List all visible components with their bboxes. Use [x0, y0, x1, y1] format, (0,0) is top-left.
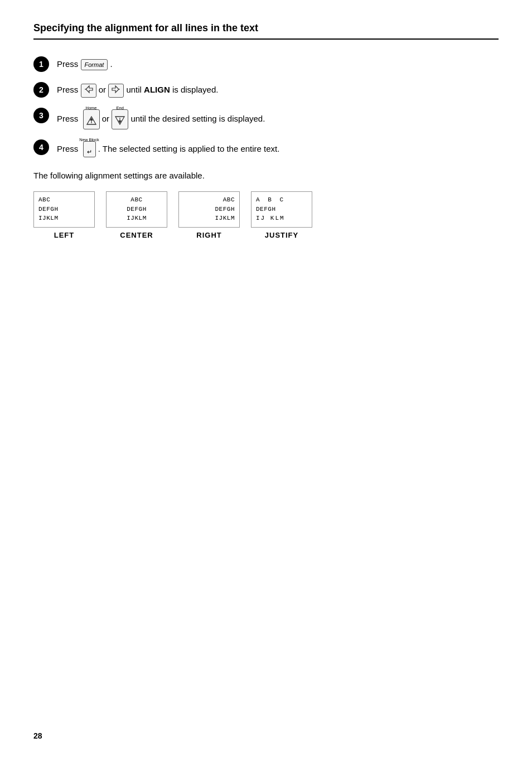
- step-badge-2: 2: [33, 82, 49, 98]
- end-key: End: [112, 109, 128, 129]
- step-3-text: Press Home or End: [57, 108, 265, 129]
- label-left: LEFT: [33, 231, 95, 239]
- step-1: 1 Press Format .: [33, 56, 499, 72]
- step-badge-4: 4: [33, 139, 49, 155]
- step-4-text: Press New Block ↵ . The selected setting…: [57, 139, 279, 158]
- format-key: Format: [81, 59, 108, 71]
- alignment-samples: ABC DEFGH IJKLM ABC DEFGH IJKLM ABC DEFG…: [33, 191, 499, 228]
- align-box-center: ABC DEFGH IJKLM: [106, 191, 167, 228]
- following-text: The following alignment settings are ava…: [33, 171, 499, 180]
- align-box-justify: A B C DEFGH IJ KLM: [251, 191, 312, 228]
- enter-key: New Block ↵: [83, 141, 96, 158]
- arrow-left-key: [81, 84, 96, 98]
- steps-container: 1 Press Format . 2 Press or: [33, 56, 499, 157]
- up-arrow-icon: [86, 115, 97, 126]
- page-number: 28: [33, 731, 42, 740]
- step-2-text: Press or until ALIGN is displayed.: [57, 82, 218, 98]
- arrow-right-key: [108, 84, 124, 98]
- label-justify: JUSTIFY: [251, 231, 312, 239]
- step-badge-1: 1: [33, 56, 49, 72]
- svg-marker-2: [112, 86, 119, 93]
- label-center: CENTER: [106, 231, 167, 239]
- svg-marker-0: [86, 86, 93, 93]
- label-right: RIGHT: [178, 231, 240, 239]
- align-box-left: ABC DEFGH IJKLM: [33, 191, 95, 228]
- home-key: Home: [83, 109, 100, 129]
- step-4: 4 Press New Block ↵ . The selected setti…: [33, 139, 499, 158]
- down-arrow-icon: [114, 115, 125, 126]
- align-box-right: ABC DEFGH IJKLM: [178, 191, 240, 228]
- step-badge-3: 3: [33, 108, 49, 123]
- alignment-labels: LEFT CENTER RIGHT JUSTIFY: [33, 231, 499, 239]
- step-2: 2 Press or until ALIGN is displayed.: [33, 82, 499, 98]
- step-3: 3 Press Home or End: [33, 108, 499, 129]
- step-1-text: Press Format .: [57, 56, 113, 71]
- arrow-left-icon: [84, 85, 94, 94]
- arrow-right-icon: [111, 85, 121, 94]
- page-title: Specifying the alignment for all lines i…: [33, 22, 499, 40]
